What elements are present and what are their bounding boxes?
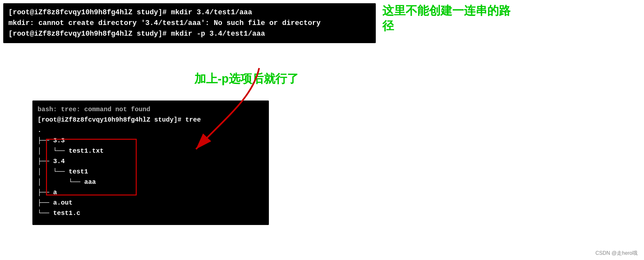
annotation-top-right: 这里不能创建一连串的路 径 xyxy=(382,3,635,34)
terminal-bottom-line-2: . xyxy=(38,125,264,136)
terminal-top: [root@iZf8z8fcvqy10h9h8fg4hlZ study]# mk… xyxy=(3,3,376,43)
terminal-line-2: mkdir: cannot create directory '3.4/test… xyxy=(8,18,371,29)
terminal-line-1: [root@iZf8z8fcvqy10h9h8fg4hlZ study]# mk… xyxy=(8,7,371,18)
terminal-bottom-line-0: bash: tree: command not found xyxy=(38,104,264,115)
watermark: CSDN @走hero哦 xyxy=(595,250,638,257)
terminal-line-3: [root@iZf8z8fcvqy10h9h8fg4hlZ study]# mk… xyxy=(8,29,371,39)
highlight-box xyxy=(46,139,137,195)
terminal-bottom-line-1: [root@iZf8z8fcvqy10h9h8fg4hlZ study]# tr… xyxy=(38,115,264,125)
annotation-middle: 加上-p选项后就行了 xyxy=(194,71,299,87)
terminal-bottom-line-9: ├── a.out xyxy=(38,198,264,208)
terminal-bottom-line-10: └── test1.c xyxy=(38,208,264,219)
